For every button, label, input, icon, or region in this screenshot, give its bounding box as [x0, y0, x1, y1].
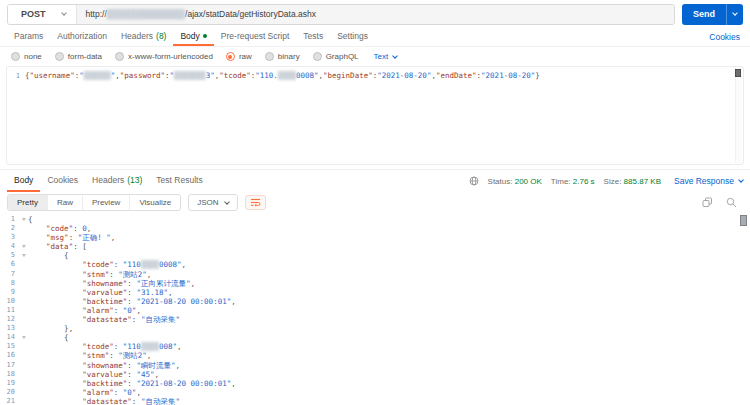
postman-app: POST http://█████████████/ajax/statData/…	[0, 0, 750, 405]
view-raw[interactable]: Raw	[48, 195, 83, 210]
chevron-down-icon	[732, 10, 738, 16]
wrap-text-button[interactable]	[245, 195, 266, 210]
request-body-code: {"username":"██████","password":"███████…	[25, 71, 540, 81]
search-icon[interactable]	[726, 197, 737, 208]
url-suffix: /ajax/statData/getHistoryData.ashx	[185, 9, 316, 19]
radio-icon	[313, 52, 322, 61]
fold-chevron-icon[interactable]: ▼	[20, 215, 28, 224]
view-preview[interactable]: Preview	[83, 195, 130, 210]
response-tab-cookies[interactable]: Cookies	[40, 170, 85, 192]
tab-body[interactable]: Body	[173, 28, 213, 46]
code-line: 10 "backtime": "2021-08-20 00:00:01",	[0, 297, 750, 306]
fold-gutter	[20, 388, 28, 397]
response-tab-headers[interactable]: Headers(13)	[85, 170, 149, 192]
save-response-button[interactable]: Save Response	[670, 176, 743, 186]
fold-gutter	[20, 297, 28, 306]
code-line: 1▼{	[0, 215, 750, 224]
code-text: "stnm": "测站2",	[28, 270, 151, 279]
network-globe-icon[interactable]	[469, 176, 479, 186]
tab-params[interactable]: Params	[7, 28, 50, 46]
fold-gutter	[20, 233, 28, 242]
line-number: 1	[7, 71, 25, 81]
code-line: 7 "stnm": "测站2",	[0, 270, 750, 279]
mode-raw[interactable]: raw	[226, 52, 252, 61]
line-number: 16	[0, 351, 20, 360]
code-text: {	[28, 333, 69, 342]
raw-type-select[interactable]: Text	[374, 52, 398, 61]
size-field: Size: 885.87 KB	[604, 177, 661, 186]
request-body-editor[interactable]: 1 {"username":"██████","password":"█████…	[6, 66, 744, 165]
line-number: 8	[0, 279, 20, 288]
code-line: 17 "showname": "瞬时流量",	[0, 361, 750, 370]
time-value: 2.76 s	[573, 177, 595, 186]
line-number: 17	[0, 361, 20, 370]
tab-tests[interactable]: Tests	[296, 28, 330, 46]
line-number: 6	[0, 260, 20, 269]
cookies-link[interactable]: Cookies	[709, 32, 743, 42]
line-number: 21	[0, 397, 20, 405]
method-label: POST	[21, 9, 46, 19]
radio-icon	[11, 52, 20, 61]
radio-icon	[115, 52, 124, 61]
send-button[interactable]: Send	[682, 4, 743, 25]
code-text: "msg": "正确! ",	[28, 233, 115, 242]
fold-gutter	[20, 361, 28, 370]
mode-x-www-form-urlencoded[interactable]: x-www-form-urlencoded	[115, 52, 213, 61]
chevron-down-icon	[738, 177, 744, 183]
tab-settings[interactable]: Settings	[330, 28, 375, 46]
mode-binary[interactable]: binary	[265, 52, 300, 61]
line-number: 7	[0, 270, 20, 279]
line-number: 12	[0, 315, 20, 324]
code-text: "tcode": "110████0008",	[28, 260, 186, 269]
line-number: 9	[0, 288, 20, 297]
view-pretty[interactable]: Pretty	[8, 195, 48, 210]
response-tab-test-results[interactable]: Test Results	[149, 170, 209, 192]
request-tabs: Params Authorization Headers(8) Body Pre…	[0, 28, 750, 47]
tab-authorization[interactable]: Authorization	[50, 28, 114, 46]
tab-pre-request-script[interactable]: Pre-request Script	[214, 28, 297, 46]
code-text: "alarm": "0",	[28, 388, 141, 397]
code-line: 11 "alarm": "0",	[0, 306, 750, 315]
status-field: Status: 200 OK	[488, 177, 542, 186]
code-text: "varvalue": "45",	[28, 370, 159, 379]
copy-icon[interactable]	[702, 197, 713, 208]
response-view-toolbar: Pretty Raw Preview Visualize JSON	[0, 192, 750, 213]
fold-chevron-icon[interactable]: ▼	[20, 242, 28, 251]
mode-none[interactable]: none	[11, 52, 42, 61]
chevron-down-icon	[224, 199, 230, 205]
response-tab-body[interactable]: Body	[7, 170, 40, 192]
editor-scrollbar[interactable]	[735, 68, 742, 163]
tab-headers[interactable]: Headers(8)	[114, 28, 174, 46]
editor-scrollbar-thumb[interactable]	[735, 69, 741, 77]
code-line: 2 "code": 0,	[0, 224, 750, 233]
fold-chevron-icon[interactable]: ▼	[20, 333, 28, 342]
mode-graphql[interactable]: GraphQL	[313, 52, 359, 61]
view-visualize[interactable]: Visualize	[130, 195, 180, 210]
url-input[interactable]: http://█████████████/ajax/statData/getHi…	[77, 5, 674, 24]
radio-icon	[265, 52, 274, 61]
code-text: "varvalue": "31.18",	[28, 288, 173, 297]
headers-count: (8)	[156, 31, 166, 41]
send-options-button[interactable]	[726, 4, 743, 25]
fold-gutter	[20, 270, 28, 279]
fold-chevron-icon[interactable]: ▼	[20, 251, 28, 260]
line-number: 19	[0, 379, 20, 388]
code-text: "backtime": "2021-08-20 00:00:01",	[28, 379, 236, 388]
line-number: 10	[0, 297, 20, 306]
fold-gutter	[20, 288, 28, 297]
body-modified-dot-icon	[203, 34, 207, 38]
chevron-down-icon	[61, 10, 67, 16]
response-scrollbar-thumb[interactable]	[740, 215, 747, 226]
fold-gutter	[20, 342, 28, 351]
method-select[interactable]: POST	[8, 5, 77, 24]
line-number: 14	[0, 333, 20, 342]
radio-icon	[55, 52, 64, 61]
line-number: 18	[0, 370, 20, 379]
body-mode-row: none form-data x-www-form-urlencoded raw…	[0, 47, 750, 66]
code-line: 12 "datastate": "自动采集"	[0, 315, 750, 324]
format-select[interactable]: JSON	[188, 194, 237, 211]
line-number: 13	[0, 324, 20, 333]
mode-form-data[interactable]: form-data	[55, 52, 102, 61]
response-body-viewer[interactable]: 1▼{2 "code": 0,3 "msg": "正确! ",4▼ "data"…	[0, 213, 750, 405]
url-prefix: http://	[86, 9, 107, 19]
